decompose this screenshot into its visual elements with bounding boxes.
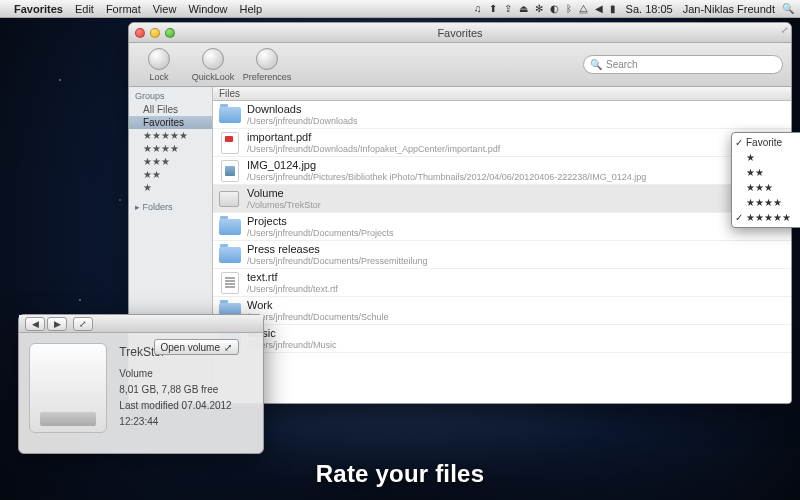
file-name: Downloads (247, 103, 358, 116)
file-row[interactable]: Music/Users/jnfreundt/Music (213, 325, 791, 353)
zoom-button[interactable] (165, 28, 175, 38)
lock-icon (148, 48, 170, 70)
file-row[interactable]: Press releases/Users/jnfreundt/Documents… (213, 241, 791, 269)
jpg-icon (219, 160, 241, 182)
sidebar-item-1star[interactable]: ★ (129, 181, 212, 194)
status-icon[interactable]: ⬆ (489, 3, 497, 14)
file-path: /Users/jnfreundt/Documents/Projects (247, 228, 394, 238)
toolbar: Lock QuickLook Preferences 🔍 Search (129, 43, 791, 87)
folder-icon (219, 216, 241, 238)
search-field[interactable]: 🔍 Search (583, 55, 783, 74)
menubar: Favorites Edit Format View Window Help ♫… (0, 0, 800, 18)
menubar-clock[interactable]: Sa. 18:05 (626, 3, 673, 15)
file-name: Projects (247, 215, 394, 228)
bluetooth-icon[interactable]: ᛒ (566, 3, 572, 14)
info-panel: ◀ ▶ ⤢ Open volume ⤢ TrekStor Volume 8,01… (18, 314, 264, 454)
file-path: /Users/jnfreundt/Downloads/Infopaket_App… (247, 144, 500, 154)
folder-icon (219, 244, 241, 266)
file-path: /Volumes/TrekStor (247, 200, 321, 210)
rtf-icon (219, 272, 241, 294)
sidebar-item-3star[interactable]: ★★★ (129, 155, 212, 168)
gear-icon (256, 48, 278, 70)
file-row[interactable]: Downloads/Users/jnfreundt/Downloads (213, 101, 791, 129)
window-title: Favorites (129, 27, 791, 39)
fullscreen-icon: ⤢ (224, 342, 232, 353)
drive-icon (219, 188, 241, 210)
search-placeholder: Search (606, 59, 638, 70)
close-button[interactable] (135, 28, 145, 38)
file-row[interactable]: text.rtf/Users/jnfreundt/text.rtf (213, 269, 791, 297)
panel-info: TrekStor Volume 8,01 GB, 7,88 GB free La… (119, 343, 253, 433)
panel-forward-button[interactable]: ▶ (47, 317, 67, 331)
wifi-icon[interactable]: ⧋ (579, 3, 588, 15)
menu-edit[interactable]: Edit (75, 3, 94, 15)
file-name: important.pdf (247, 131, 500, 144)
rating-menu-item[interactable]: ★★★ (732, 180, 800, 195)
file-row[interactable]: Projects/Users/jnfreundt/Documents/Proje… (213, 213, 791, 241)
panel-item-size: 8,01 GB, 7,88 GB free (119, 382, 253, 398)
file-path: /Users/jnfreundt/Pictures/Bibliothek iPh… (247, 172, 646, 182)
panel-item-modified: Last modified 07.04.2012 12:23:44 (119, 398, 253, 430)
file-list-pane: Files Downloads/Users/jnfreundt/Download… (213, 87, 791, 403)
lock-button[interactable]: Lock (137, 48, 181, 82)
pdf-icon (219, 132, 241, 154)
eye-icon (202, 48, 224, 70)
sidebar-item-all-files[interactable]: All Files (129, 103, 212, 116)
rating-menu-item[interactable]: ★★★★ (732, 195, 800, 210)
file-row[interactable]: IMG_0124.jpg/Users/jnfreundt/Pictures/Bi… (213, 157, 791, 185)
status-icon[interactable]: ✻ (535, 3, 543, 14)
file-name: text.rtf (247, 271, 338, 284)
file-row[interactable]: important.pdf/Users/jnfreundt/Downloads/… (213, 129, 791, 157)
rating-popup-menu[interactable]: ✓Favorite★★★★★★★★★★✓★★★★★ (731, 132, 800, 228)
folder-icon (219, 104, 241, 126)
rating-menu-item[interactable]: ✓★★★★★ (732, 210, 800, 225)
status-icon[interactable]: ⇪ (504, 3, 512, 14)
panel-expand-button[interactable]: ⤢ (73, 317, 93, 331)
file-row[interactable]: Work/Users/jnfreundt/Documents/Schule (213, 297, 791, 325)
panel-item-kind: Volume (119, 366, 253, 382)
menu-help[interactable]: Help (240, 3, 263, 15)
status-icon[interactable]: ♫ (474, 3, 482, 14)
sidebar-folders-label[interactable]: ▸ Folders (129, 200, 212, 214)
file-name: IMG_0124.jpg (247, 159, 646, 172)
battery-icon[interactable]: ▮ (610, 3, 616, 14)
sidebar-item-2star[interactable]: ★★ (129, 168, 212, 181)
open-volume-button[interactable]: Open volume ⤢ (154, 339, 239, 355)
menubar-user[interactable]: Jan-Niklas Freundt (683, 3, 775, 15)
file-path: /Users/jnfreundt/Documents/Pressemitteil… (247, 256, 428, 266)
rating-menu-item[interactable]: ✓Favorite (732, 135, 800, 150)
drive-icon (29, 343, 107, 433)
sidebar-item-5star[interactable]: ★★★★★ (129, 129, 212, 142)
rating-menu-item[interactable]: ★ (732, 150, 800, 165)
panel-titlebar[interactable]: ◀ ▶ ⤢ (19, 315, 263, 333)
sidebar-item-4star[interactable]: ★★★★ (129, 142, 212, 155)
app-menu[interactable]: Favorites (14, 3, 63, 15)
file-name: Work (247, 299, 389, 312)
file-path: /Users/jnfreundt/text.rtf (247, 284, 338, 294)
marketing-caption: Rate your files (0, 460, 800, 488)
sidebar-item-favorites[interactable]: Favorites (129, 116, 212, 129)
file-row[interactable]: Volume/Volumes/TrekStor★▾ (213, 185, 791, 213)
file-name: Volume (247, 187, 321, 200)
menu-window[interactable]: Window (188, 3, 227, 15)
volume-icon[interactable]: ◀ (595, 3, 603, 14)
minimize-button[interactable] (150, 28, 160, 38)
preferences-button[interactable]: Preferences (245, 48, 289, 82)
spotlight-icon[interactable]: 🔍 (782, 3, 794, 14)
file-path: /Users/jnfreundt/Documents/Schule (247, 312, 389, 322)
search-icon: 🔍 (590, 59, 602, 70)
menu-format[interactable]: Format (106, 3, 141, 15)
sidebar-group-label: Groups (129, 89, 212, 103)
file-name: Press releases (247, 243, 428, 256)
column-header-files[interactable]: Files (213, 87, 791, 101)
panel-back-button[interactable]: ◀ (25, 317, 45, 331)
status-icon[interactable]: ◐ (550, 3, 559, 14)
quicklook-button[interactable]: QuickLook (191, 48, 235, 82)
menu-view[interactable]: View (153, 3, 177, 15)
status-icon[interactable]: ⏏ (519, 3, 528, 14)
rating-menu-item[interactable]: ★★ (732, 165, 800, 180)
file-path: /Users/jnfreundt/Downloads (247, 116, 358, 126)
window-titlebar[interactable]: Favorites ⤢ (129, 23, 791, 43)
fullscreen-icon[interactable]: ⤢ (781, 25, 789, 35)
